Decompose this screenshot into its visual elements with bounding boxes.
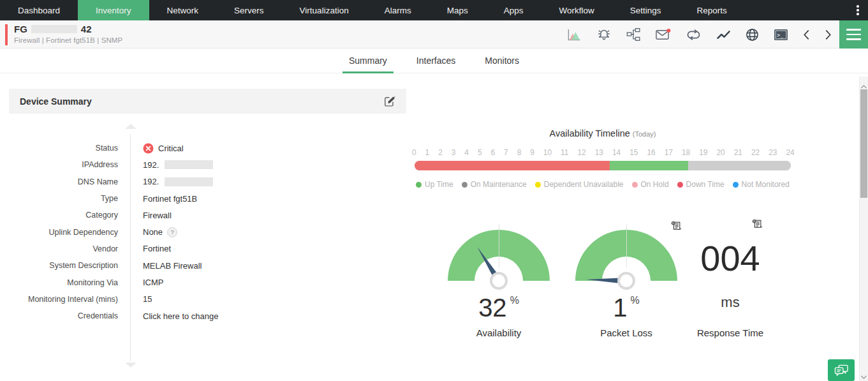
packet-loss-gauge bbox=[575, 230, 677, 281]
kebab-menu-icon[interactable] bbox=[851, 0, 864, 20]
previous-chevron-icon[interactable] bbox=[803, 29, 810, 40]
timeline-period: (Today) bbox=[633, 130, 656, 138]
nav-item-dashboard[interactable]: Dashboard bbox=[0, 0, 78, 20]
hour-label: 14 bbox=[612, 148, 621, 157]
fields-scroll-down-arrow[interactable] bbox=[125, 362, 136, 368]
detail-tabbar: Summary Interfaces Monitors bbox=[0, 49, 868, 73]
availability-timeline-title: Availability Timeline (Today) bbox=[415, 128, 791, 138]
field-label: System Description bbox=[0, 261, 118, 270]
field-row-vendor: Vendor Fortinet bbox=[0, 241, 406, 257]
response-time-value: 004 bbox=[679, 237, 781, 279]
hour-label: 17 bbox=[665, 148, 673, 157]
legend-item: Up Time bbox=[416, 180, 453, 189]
nav-item-network[interactable]: Network bbox=[149, 0, 217, 20]
field-value: MELAB Firewall bbox=[143, 261, 202, 271]
line-graph-icon[interactable] bbox=[716, 29, 731, 41]
field-value: 192. bbox=[143, 160, 213, 170]
support-chat-button[interactable] bbox=[828, 359, 855, 381]
nav-item-reports[interactable]: Reports bbox=[679, 0, 745, 20]
nav-item-servers[interactable]: Servers bbox=[216, 0, 282, 20]
hour-label: 23 bbox=[769, 148, 777, 157]
vertical-scrollbar[interactable] bbox=[859, 77, 868, 381]
topology-icon[interactable] bbox=[626, 27, 640, 41]
legend-item: Down Time bbox=[677, 180, 725, 189]
legend-dot-uptime bbox=[416, 182, 422, 188]
loop-icon[interactable] bbox=[686, 29, 702, 41]
globe-icon[interactable] bbox=[746, 28, 759, 41]
field-value: Fortinet bbox=[143, 244, 171, 253]
hour-label: 19 bbox=[699, 148, 707, 157]
hour-label: 10 bbox=[543, 148, 552, 157]
hour-label: 3 bbox=[452, 148, 456, 157]
hour-label: 21 bbox=[734, 148, 742, 157]
hour-label: 6 bbox=[490, 148, 495, 157]
response-time-label: Response Time bbox=[679, 327, 781, 338]
timeline-segment-down bbox=[415, 161, 610, 170]
tab-monitors[interactable]: Monitors bbox=[483, 49, 520, 73]
field-row-dns-name: DNS Name 192. bbox=[0, 174, 406, 190]
gauge-center-tick bbox=[499, 224, 499, 267]
hour-label: 8 bbox=[517, 148, 522, 157]
availability-timeline-bar bbox=[415, 161, 791, 170]
timeline-legend: Up Time On Maintenance Dependent Unavail… bbox=[415, 180, 791, 189]
monitor-details-icon[interactable] bbox=[671, 221, 682, 234]
legend-dot-downtime bbox=[677, 182, 683, 188]
device-header: FG 42 Firewall | Fortinet fgt51B | SNMP bbox=[0, 20, 868, 49]
scrollbar-up-icon[interactable] bbox=[860, 80, 867, 87]
alarms-bell-icon[interactable] bbox=[596, 27, 612, 41]
nav-item-maps[interactable]: Maps bbox=[429, 0, 486, 20]
field-value: 192. bbox=[143, 177, 213, 186]
next-chevron-icon[interactable] bbox=[825, 29, 832, 40]
tab-interfaces[interactable]: Interfaces bbox=[415, 49, 457, 73]
legend-item: Not Monitored bbox=[733, 180, 790, 189]
hour-label: 24 bbox=[786, 148, 794, 157]
legend-dot-dependent-unavailable bbox=[535, 182, 541, 188]
edit-device-icon[interactable] bbox=[383, 95, 395, 107]
app-screen: Dashboard Inventory Network Servers Virt… bbox=[0, 0, 868, 381]
nav-item-apps[interactable]: Apps bbox=[486, 0, 541, 20]
legend-item: Dependent Unavailable bbox=[535, 180, 624, 189]
redacted-text bbox=[165, 177, 213, 186]
nav-item-settings[interactable]: Settings bbox=[612, 0, 679, 20]
legend-dot-on-hold bbox=[632, 182, 638, 188]
nav-item-alarms[interactable]: Alarms bbox=[367, 0, 429, 20]
device-summary-fields: Status Critical IPAddress 192. DNS Name bbox=[0, 140, 406, 324]
hamburger-menu-button[interactable] bbox=[839, 20, 868, 49]
severity-accent-bar bbox=[5, 24, 8, 45]
gauge-center-tick bbox=[626, 224, 627, 267]
hour-label: 0 bbox=[412, 148, 416, 157]
field-label: Type bbox=[0, 194, 118, 203]
mail-icon[interactable] bbox=[655, 28, 671, 41]
field-value: ICMP bbox=[143, 278, 164, 287]
nav-item-inventory[interactable]: Inventory bbox=[78, 0, 149, 20]
fields-scroll-up-arrow[interactable] bbox=[125, 124, 136, 129]
scrollbar-down-icon[interactable] bbox=[860, 371, 867, 377]
scrollbar-thumb[interactable] bbox=[860, 89, 867, 198]
field-value: Critical bbox=[143, 143, 184, 154]
device-name-suffix: 42 bbox=[81, 24, 92, 34]
response-time-unit: ms bbox=[679, 294, 781, 311]
tab-summary[interactable]: Summary bbox=[348, 49, 388, 73]
hour-label: 12 bbox=[577, 148, 585, 157]
field-value: None ? bbox=[143, 227, 177, 237]
gauge-hub bbox=[617, 272, 635, 290]
field-value: 15 bbox=[143, 294, 152, 304]
field-label: Monitoring Via bbox=[0, 278, 118, 287]
performance-chart-icon[interactable] bbox=[567, 28, 582, 41]
legend-item: On Hold bbox=[632, 180, 669, 189]
hour-label: 20 bbox=[716, 148, 725, 157]
gauge-hub bbox=[490, 272, 508, 290]
terminal-icon[interactable]: >_ bbox=[774, 29, 788, 41]
monitor-details-icon[interactable] bbox=[752, 219, 763, 232]
device-title: FG 42 bbox=[14, 24, 92, 34]
credentials-change-link[interactable]: Click here to change bbox=[143, 311, 219, 321]
availability-gauge bbox=[448, 230, 550, 281]
nav-item-virtualization[interactable]: Virtualization bbox=[282, 0, 367, 20]
hour-label: 9 bbox=[530, 148, 534, 157]
device-name-prefix: FG bbox=[14, 24, 27, 34]
help-icon[interactable]: ? bbox=[167, 227, 177, 237]
nav-item-workflow[interactable]: Workflow bbox=[541, 0, 612, 20]
device-summary-title: Device Summary bbox=[20, 96, 92, 107]
field-label: IPAddress bbox=[0, 160, 118, 169]
field-row-monitoring-via: Monitoring Via ICMP bbox=[0, 274, 406, 290]
